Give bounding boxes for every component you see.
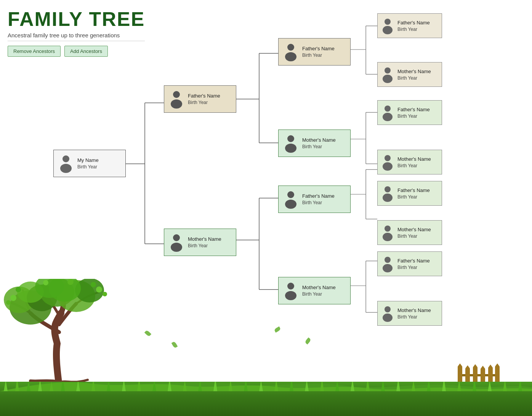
svg-point-72: [91, 282, 96, 287]
svg-marker-82: [473, 364, 478, 367]
svg-marker-89: [4, 382, 8, 391]
svg-point-31: [171, 99, 182, 109]
svg-point-39: [285, 200, 296, 209]
fmm-birth: Birth Year: [397, 163, 431, 168]
svg-point-44: [385, 67, 391, 74]
fm-name: Mother's Name: [302, 137, 336, 143]
leaf-deco-2: [274, 326, 281, 333]
fmf-birth: Birth Year: [397, 114, 430, 119]
button-group: Remove Ancestors Add Ancestors: [8, 46, 145, 57]
avatar-mf: [282, 189, 299, 210]
avatar-mother: [168, 232, 185, 253]
mfm-name: Mother's Name: [397, 227, 431, 232]
svg-point-68: [6, 300, 11, 305]
svg-marker-121: [473, 382, 476, 391]
header: FAMILY TREE Ancestral family tree up to …: [8, 8, 145, 57]
svg-point-51: [383, 194, 393, 202]
me-birth: Birth Year: [77, 164, 99, 170]
svg-point-45: [383, 75, 393, 83]
avatar-fm: [282, 133, 299, 154]
svg-point-30: [173, 91, 180, 98]
mm-name: Mother's Name: [302, 285, 336, 290]
avatar-fmf: [381, 104, 394, 122]
mf-birth: Birth Year: [302, 200, 335, 205]
decorative-tree: [0, 279, 130, 386]
fm-birth: Birth Year: [302, 144, 336, 149]
father-name: Father's Name: [188, 93, 220, 99]
svg-marker-113: [351, 382, 354, 391]
card-mmm[interactable]: Mother's Name Birth Year: [377, 301, 442, 326]
add-ancestors-button[interactable]: Add Ancestors: [64, 46, 108, 57]
avatar-fff: [381, 17, 394, 35]
card-fm[interactable]: Mother's Name Birth Year: [278, 130, 351, 157]
svg-point-46: [385, 106, 391, 112]
card-fff[interactable]: Father's Name Birth Year: [377, 13, 442, 38]
svg-point-50: [385, 186, 391, 192]
fff-birth: Birth Year: [397, 27, 430, 32]
card-mf[interactable]: Father's Name Birth Year: [278, 186, 351, 213]
svg-point-54: [385, 257, 391, 263]
avatar-me: [58, 153, 74, 174]
svg-marker-122: [488, 382, 492, 391]
card-mmf[interactable]: Father's Name Birth Year: [377, 251, 442, 276]
svg-point-70: [96, 286, 102, 293]
avatar-father: [168, 89, 185, 109]
page-title: FAMILY TREE: [8, 8, 145, 30]
svg-marker-78: [458, 363, 462, 366]
avatar-fmm: [381, 154, 394, 171]
fmm-name: Mother's Name: [397, 156, 431, 162]
svg-point-67: [10, 295, 16, 301]
svg-point-56: [385, 306, 391, 312]
svg-point-35: [285, 52, 296, 61]
card-mff[interactable]: Father's Name Birth Year: [377, 181, 442, 206]
remove-ancestors-button[interactable]: Remove Ancestors: [8, 46, 61, 57]
mmm-name: Mother's Name: [397, 307, 431, 313]
svg-point-34: [287, 44, 294, 51]
svg-point-71: [103, 292, 107, 296]
svg-point-36: [287, 135, 294, 142]
svg-point-29: [60, 164, 72, 173]
svg-point-28: [62, 155, 69, 162]
card-mm[interactable]: Mother's Name Birth Year: [278, 277, 351, 304]
svg-point-57: [383, 314, 393, 322]
ffm-birth: Birth Year: [397, 75, 431, 81]
svg-point-43: [383, 26, 393, 34]
card-ff[interactable]: Father's Name Birth Year: [278, 38, 351, 66]
grass: [0, 382, 532, 416]
svg-marker-86: [488, 365, 493, 368]
card-ffm[interactable]: Mother's Name Birth Year: [377, 62, 442, 87]
avatar-mff: [381, 185, 394, 202]
card-mfm[interactable]: Mother's Name Birth Year: [377, 220, 442, 245]
svg-point-41: [285, 291, 296, 300]
ff-birth: Birth Year: [302, 53, 335, 58]
mmm-birth: Birth Year: [397, 314, 431, 320]
svg-point-47: [383, 113, 393, 121]
svg-point-48: [385, 155, 391, 161]
subtitle: Ancestral family tree up to three genera…: [8, 32, 145, 41]
avatar-ffm: [381, 66, 394, 83]
mmf-name: Father's Name: [397, 258, 430, 264]
fmf-name: Father's Name: [397, 107, 430, 112]
svg-point-74: [67, 279, 74, 285]
svg-point-37: [285, 144, 296, 153]
card-father[interactable]: Father's Name Birth Year: [164, 85, 236, 113]
mff-name: Father's Name: [397, 187, 430, 193]
card-me[interactable]: My Name Birth Year: [53, 150, 126, 177]
svg-point-42: [385, 19, 391, 25]
mf-name: Father's Name: [302, 193, 335, 199]
card-mother[interactable]: Mother's Name Birth Year: [164, 229, 236, 256]
svg-point-33: [171, 243, 182, 252]
avatar-mmm: [381, 305, 394, 322]
svg-marker-115: [381, 382, 385, 391]
card-fmf[interactable]: Father's Name Birth Year: [377, 100, 442, 125]
svg-point-53: [383, 233, 393, 241]
avatar-mm: [282, 280, 299, 301]
svg-point-52: [385, 226, 391, 232]
leaf-deco-4: [304, 338, 311, 345]
svg-marker-84: [481, 366, 485, 369]
mother-name: Mother's Name: [188, 236, 221, 242]
me-name: My Name: [77, 157, 99, 163]
svg-point-32: [173, 234, 180, 241]
card-fmm[interactable]: Mother's Name Birth Year: [377, 150, 442, 174]
svg-point-38: [287, 191, 294, 198]
